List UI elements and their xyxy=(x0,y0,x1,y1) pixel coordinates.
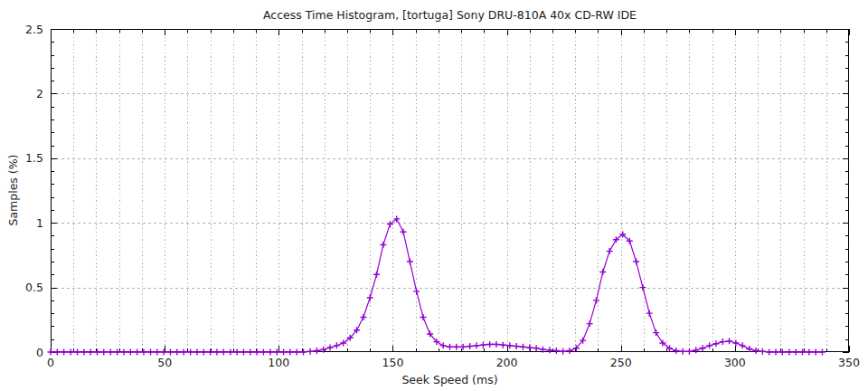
series-markers xyxy=(48,215,826,355)
x-tick-label: 350 xyxy=(838,356,860,369)
y-tick-label: 2.5 xyxy=(25,23,43,36)
series-line xyxy=(51,219,822,352)
plot-canvas: 05010015020025030035000.511.522.5 xyxy=(0,0,868,391)
x-tick-label: 100 xyxy=(268,356,289,369)
x-tick-label: 300 xyxy=(724,356,746,369)
chart-title: Access Time Histogram, [tortuga] Sony DR… xyxy=(51,8,849,22)
x-tick-label: 250 xyxy=(610,356,632,369)
y-tick-label: 0.5 xyxy=(25,281,43,294)
x-tick-label: 150 xyxy=(382,356,403,369)
y-tick-label: 1.5 xyxy=(25,151,43,165)
y-gridlines xyxy=(51,94,849,289)
y-axis-label: Samples (%) xyxy=(6,155,20,226)
x-tick-label: 50 xyxy=(157,356,172,369)
y-tick-label: 1 xyxy=(36,216,43,230)
chart-container: 05010015020025030035000.511.522.5 Access… xyxy=(0,0,868,391)
minor-ticks xyxy=(51,29,849,352)
y-tick-labels: 00.511.522.5 xyxy=(25,23,43,359)
x-tick-labels: 050100150200250300350 xyxy=(47,356,860,369)
x-tick-label: 200 xyxy=(496,356,518,369)
y-tick-label: 0 xyxy=(36,346,43,359)
major-ticks xyxy=(51,29,850,353)
x-tick-label: 0 xyxy=(47,356,54,369)
y-tick-label: 2 xyxy=(36,87,43,100)
x-gridlines xyxy=(74,29,827,352)
plot-border xyxy=(52,30,849,352)
x-axis-label: Seek Speed (ms) xyxy=(51,373,849,386)
